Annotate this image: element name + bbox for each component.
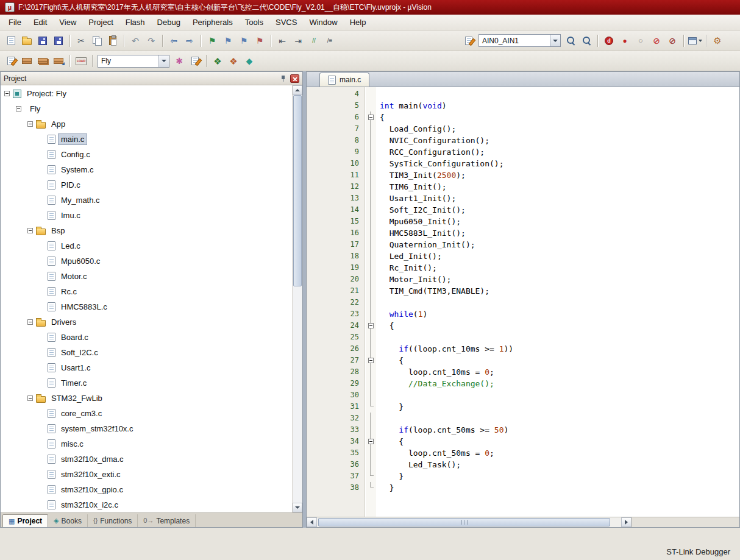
tree-item-pid-c[interactable]: PID.c bbox=[1, 177, 292, 193]
target-select-dropdown-button[interactable] bbox=[158, 55, 169, 67]
tree-item-rc-c[interactable]: Rc.c bbox=[1, 284, 292, 299]
pack-installer-icon[interactable]: ❖ bbox=[226, 54, 241, 68]
titlebar[interactable]: µ F:\2017Fight\无人机研究室\2017年无人机研究室\自主核心创新… bbox=[0, 0, 740, 15]
menu-edit[interactable]: Edit bbox=[27, 15, 53, 29]
tree-item-soft-i2c-c[interactable]: Soft_I2C.c bbox=[1, 345, 292, 360]
panel-tab-books[interactable]: ◈Books bbox=[48, 514, 88, 527]
comment-selection-icon[interactable]: // bbox=[307, 34, 321, 48]
editor-tab-main-c[interactable]: main.c bbox=[319, 73, 369, 87]
translate-file-icon[interactable] bbox=[4, 54, 18, 68]
tree-item-stm32f10x-dma-c[interactable]: stm32f10x_dma.c bbox=[1, 452, 292, 467]
manage-rte-icon[interactable]: ❖ bbox=[210, 54, 225, 68]
cut-icon[interactable]: ✂ bbox=[74, 34, 88, 48]
scrollbar-thumb[interactable] bbox=[318, 518, 610, 526]
tree-collapse-toggle[interactable] bbox=[27, 319, 33, 325]
tree-item-my-math-c[interactable]: My_math.c bbox=[1, 193, 292, 208]
tree-collapse-toggle[interactable] bbox=[27, 121, 33, 127]
menu-file[interactable]: File bbox=[2, 15, 27, 29]
scrollbar-thumb[interactable] bbox=[293, 95, 302, 286]
paste-icon[interactable] bbox=[105, 34, 120, 48]
window-layout-icon[interactable] bbox=[688, 34, 702, 48]
tree-item-motor-c[interactable]: Motor.c bbox=[1, 269, 292, 284]
fold-collapse-toggle[interactable] bbox=[368, 115, 374, 120]
tree-item-stm32f10x-exti-c[interactable]: stm32f10x_exti.c bbox=[1, 467, 292, 482]
insert-remove-breakpoint-icon[interactable]: ● bbox=[617, 34, 632, 48]
menu-project[interactable]: Project bbox=[82, 15, 119, 29]
rebuild-all-icon[interactable] bbox=[35, 54, 50, 68]
tree-item-misc-c[interactable]: misc.c bbox=[1, 436, 292, 452]
menu-tools[interactable]: Tools bbox=[239, 15, 269, 29]
tree-collapse-toggle[interactable] bbox=[27, 228, 33, 233]
nav-back-icon[interactable]: ⇦ bbox=[166, 34, 181, 48]
uncomment-selection-icon[interactable]: /≡ bbox=[322, 34, 337, 48]
find-in-files-icon[interactable] bbox=[461, 34, 476, 48]
tree-item-imu-c[interactable]: Imu.c bbox=[1, 208, 292, 223]
select-software-packs-icon[interactable]: ◆ bbox=[242, 54, 257, 68]
enable-disable-breakpoint-icon[interactable]: ○ bbox=[633, 34, 648, 48]
tree-item-system-c[interactable]: System.c bbox=[1, 162, 292, 177]
target-select-combo[interactable]: Fly bbox=[98, 55, 169, 68]
find-icon[interactable] bbox=[563, 34, 578, 48]
save-icon[interactable] bbox=[35, 34, 50, 48]
scrollbar-track[interactable] bbox=[317, 517, 621, 527]
save-all-icon[interactable] bbox=[51, 34, 66, 48]
close-panel-button[interactable] bbox=[290, 74, 299, 83]
redo-icon[interactable]: ↷ bbox=[144, 34, 158, 48]
fold-collapse-toggle[interactable] bbox=[368, 323, 374, 328]
pin-panel-icon[interactable] bbox=[280, 75, 286, 82]
tree-item-stm32f10x-gpio-c[interactable]: stm32f10x_gpio.c bbox=[1, 482, 292, 497]
disable-all-breakpoints-icon[interactable]: ⊘ bbox=[649, 34, 664, 48]
fold-collapse-toggle[interactable] bbox=[368, 439, 374, 444]
bookmark-previous-icon[interactable]: ⚑ bbox=[221, 34, 235, 48]
tree-item-led-c[interactable]: Led.c bbox=[1, 238, 292, 253]
scrollbar-track[interactable] bbox=[293, 95, 302, 503]
target-options-icon[interactable]: ✱ bbox=[172, 54, 187, 68]
tree-item-hmc5883l-c[interactable]: HMC5883L.c bbox=[1, 299, 292, 314]
scroll-right-button[interactable] bbox=[621, 517, 631, 527]
fold-collapse-toggle[interactable] bbox=[368, 358, 374, 363]
tree-item-fly[interactable]: Fly bbox=[1, 101, 292, 116]
tree-item-timer-c[interactable]: Timer.c bbox=[1, 375, 292, 391]
batch-build-icon[interactable] bbox=[51, 54, 66, 68]
panel-tab-functions[interactable]: {}Functions bbox=[88, 514, 138, 527]
tree-item-board-c[interactable]: Board.c bbox=[1, 330, 292, 345]
horizontal-scrollbar[interactable] bbox=[307, 517, 631, 527]
undo-icon[interactable]: ↶ bbox=[128, 34, 143, 48]
tree-collapse-toggle[interactable] bbox=[16, 106, 21, 112]
panel-tab-project[interactable]: ▦Project bbox=[2, 514, 48, 527]
menu-window[interactable]: Window bbox=[303, 15, 343, 29]
outdent-icon[interactable]: ⇤ bbox=[275, 34, 290, 48]
tree-item-app[interactable]: App bbox=[1, 116, 292, 132]
menu-svcs[interactable]: SVCS bbox=[269, 15, 303, 29]
build-icon[interactable] bbox=[20, 54, 34, 68]
tree-item-bsp[interactable]: Bsp bbox=[1, 223, 292, 238]
find-combo-dropdown-button[interactable] bbox=[550, 35, 560, 46]
panel-tab-templates[interactable]: 0→Templates bbox=[138, 514, 196, 527]
bookmark-next-icon[interactable]: ⚑ bbox=[237, 34, 251, 48]
tree-item-config-c[interactable]: Config.c bbox=[1, 147, 292, 162]
tree-item-system-stm32f10x-c[interactable]: system_stm32f10x.c bbox=[1, 421, 292, 436]
scroll-left-button[interactable] bbox=[307, 517, 317, 527]
start-stop-debug-icon[interactable] bbox=[602, 34, 616, 48]
tree-item-stm32-fwlib[interactable]: STM32_FwLib bbox=[1, 391, 292, 406]
find-combo[interactable]: AIN0_AIN1 bbox=[479, 34, 561, 47]
code-editor[interactable]: 45int main(void)6{7 Load_Config();8 NVIC… bbox=[307, 87, 739, 517]
download-to-flash-icon[interactable] bbox=[74, 54, 88, 68]
tree-item-main-c[interactable]: main.c bbox=[1, 132, 292, 147]
bookmark-clear-all-icon[interactable]: ⚑ bbox=[252, 34, 267, 48]
tree-vertical-scrollbar[interactable] bbox=[292, 85, 302, 512]
menu-debug[interactable]: Debug bbox=[151, 15, 187, 29]
menu-view[interactable]: View bbox=[53, 15, 82, 29]
open-file-icon[interactable] bbox=[20, 34, 34, 48]
tree-item-stm32f10x-i2c-c[interactable]: stm32f10x_i2c.c bbox=[1, 497, 292, 512]
scroll-down-button[interactable] bbox=[293, 503, 302, 512]
configure-target-icon[interactable]: ⚙ bbox=[710, 34, 725, 48]
new-file-icon[interactable] bbox=[4, 34, 18, 48]
menu-help[interactable]: Help bbox=[344, 15, 372, 29]
tree-item-project-fly[interactable]: Project: Fly bbox=[1, 86, 292, 101]
menu-peripherals[interactable]: Peripherals bbox=[187, 15, 239, 29]
tree-collapse-toggle[interactable] bbox=[27, 395, 33, 401]
kill-all-breakpoints-icon[interactable]: ⊘ bbox=[665, 34, 680, 48]
tree-collapse-toggle[interactable] bbox=[4, 91, 10, 96]
scroll-up-button[interactable] bbox=[293, 85, 302, 95]
